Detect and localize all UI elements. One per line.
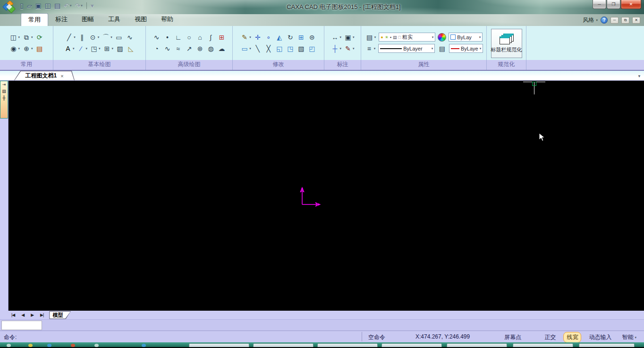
rotate-button[interactable]: ↻ bbox=[286, 33, 295, 42]
doc-restore-button[interactable]: ⧉ bbox=[621, 17, 629, 24]
taskbar-button-4[interactable] bbox=[447, 343, 507, 347]
chamfer-button[interactable]: ◳ bbox=[286, 44, 295, 53]
tab-list-dropdown-icon[interactable]: ▼ bbox=[637, 74, 641, 78]
restore-button[interactable]: ❐ bbox=[607, 0, 620, 9]
chevron-down-icon[interactable]: ▾ bbox=[99, 47, 101, 51]
profile-curve-button[interactable]: ⊛ bbox=[195, 44, 205, 53]
taskbar-icon-5[interactable] bbox=[142, 344, 146, 347]
taskbar-icon-3[interactable] bbox=[71, 344, 75, 347]
ribbon-tab-5[interactable]: 帮助 bbox=[154, 13, 180, 26]
ribbon-tab-1[interactable]: 标注 bbox=[48, 13, 75, 26]
array-button[interactable]: ⊞ bbox=[297, 33, 306, 42]
extend-button[interactable]: ◱ bbox=[275, 44, 284, 53]
save-button[interactable]: ▣ bbox=[34, 1, 42, 10]
command-prompt-label[interactable]: 命令: bbox=[4, 333, 17, 341]
wave-line-button[interactable]: ∿ bbox=[163, 44, 172, 53]
chevron-down-icon[interactable]: ▾ bbox=[31, 35, 33, 39]
save-all-button[interactable]: ◫ bbox=[44, 1, 52, 10]
redo-button[interactable]: ↷▾ bbox=[74, 1, 83, 10]
color-combo[interactable]: ByLay ▾ bbox=[449, 33, 483, 42]
region-button[interactable]: ◺ bbox=[126, 44, 136, 53]
lineweight-button[interactable]: ≡▾ bbox=[364, 44, 376, 53]
ellipse-button[interactable]: ○ bbox=[185, 33, 194, 42]
dimension-button[interactable]: ↔▾ bbox=[330, 33, 342, 42]
polyline-button[interactable]: ∿ bbox=[152, 33, 161, 42]
explode-button[interactable]: ◰ bbox=[307, 44, 317, 53]
h-scrollbar-thumb[interactable] bbox=[1, 321, 42, 330]
horizontal-scrollbar[interactable] bbox=[0, 319, 644, 331]
palette-icon-2[interactable]: ╫ bbox=[2, 95, 5, 100]
chevron-down-icon[interactable]: ▾ bbox=[353, 35, 355, 39]
text-button[interactable]: A▾ bbox=[63, 44, 75, 53]
pick-mode-label[interactable]: 屏幕点 bbox=[504, 333, 521, 341]
toggle-动态输入[interactable]: 动态输入 bbox=[586, 332, 614, 342]
color-palette-button[interactable]: ▤ bbox=[35, 44, 44, 53]
chevron-down-icon[interactable]: ▾ bbox=[81, 4, 83, 8]
sheet-nav-button-3[interactable]: ▶| bbox=[38, 313, 45, 317]
scale-button[interactable]: ⊜ bbox=[307, 33, 317, 42]
layer-state-combo[interactable]: ● ☀ ▪ ▤ □ 粗实 ▾ bbox=[379, 33, 435, 42]
pan-button[interactable]: ⊕▾ bbox=[22, 44, 34, 53]
dimension-edit-button[interactable]: ✎▾ bbox=[343, 44, 355, 53]
close-button[interactable]: ✕ bbox=[621, 0, 641, 9]
chevron-down-icon[interactable]: ▾ bbox=[249, 35, 251, 39]
document-tab[interactable]: 工程图文档1 × bbox=[14, 71, 75, 80]
circle-button[interactable]: ⊙▾ bbox=[88, 33, 100, 42]
pie-section-button[interactable]: ◔ bbox=[152, 44, 161, 53]
help-button[interactable]: ? bbox=[601, 17, 608, 24]
chevron-down-icon[interactable]: ▾ bbox=[635, 336, 636, 340]
chevron-down-icon[interactable]: ▾ bbox=[339, 35, 341, 39]
open-button[interactable]: ▱ bbox=[26, 1, 33, 10]
title-block-standardization-button[interactable]: 标题栏规范化 bbox=[491, 29, 522, 58]
chevron-down-icon[interactable]: ▾ bbox=[249, 47, 251, 51]
sheet-nav-button-0[interactable]: |◀ bbox=[9, 313, 17, 317]
entity-color-combo[interactable]: ByLaye ▾ bbox=[449, 44, 483, 53]
doc-minimize-button[interactable]: ─ bbox=[610, 17, 619, 24]
app-logo-icon[interactable] bbox=[0, 0, 19, 14]
ribbon-tab-4[interactable]: 视图 bbox=[127, 13, 154, 26]
chevron-down-icon[interactable]: ▾ bbox=[98, 35, 100, 39]
color-wheel-icon[interactable] bbox=[438, 33, 446, 42]
parallel-line-button[interactable]: ∥ bbox=[77, 33, 87, 42]
sheet-nav-button-2[interactable]: ▶ bbox=[29, 313, 35, 317]
center-line-button[interactable]: ∕▾ bbox=[76, 44, 88, 53]
ribbon-tab-0[interactable]: 常用 bbox=[21, 13, 48, 26]
customize-button[interactable]: ▾ bbox=[90, 1, 95, 10]
ribbon-tab-2[interactable]: 图幅 bbox=[75, 13, 101, 26]
linetype-combo[interactable]: ByLayer ▾ bbox=[378, 44, 435, 53]
palette-icon-1[interactable]: ▨ bbox=[2, 89, 6, 93]
drawing-canvas[interactable] bbox=[8, 81, 644, 311]
block-button[interactable]: ◳▾ bbox=[89, 44, 101, 53]
arrow-button[interactable]: ↗ bbox=[185, 44, 194, 53]
erase-button[interactable]: ✎▾ bbox=[240, 33, 252, 42]
copy-with-basepoint-button[interactable]: ⧉▾ bbox=[22, 33, 34, 42]
taskbar-button-6[interactable] bbox=[579, 343, 635, 347]
chevron-down-icon[interactable]: ▾ bbox=[112, 47, 114, 51]
point-button[interactable]: • bbox=[163, 33, 172, 42]
toggle-智能[interactable]: 智能▾ bbox=[619, 332, 639, 342]
isometric-button[interactable]: ▧ bbox=[297, 44, 306, 53]
chevron-down-icon[interactable]: ▾ bbox=[70, 4, 72, 8]
layer-settings-button[interactable]: ▤▾ bbox=[365, 33, 377, 42]
linetype-manager-button[interactable]: ▤ bbox=[437, 44, 447, 53]
undo-button[interactable]: ↶▾ bbox=[63, 1, 72, 10]
coordinate-axis-button[interactable]: ∟ bbox=[174, 33, 183, 42]
toggle-active-线宽[interactable]: 线宽 bbox=[563, 332, 581, 343]
print-button[interactable]: ▤ bbox=[53, 1, 61, 10]
datum-code-button[interactable]: ▣▾ bbox=[343, 33, 355, 42]
taskbar-button-5[interactable] bbox=[513, 343, 573, 347]
doc-close-button[interactable]: ✕ bbox=[632, 17, 640, 24]
chevron-down-icon[interactable]: ▾ bbox=[74, 35, 76, 39]
line-button[interactable]: ╱▾ bbox=[64, 33, 76, 42]
ribbon-tab-3[interactable]: 工具 bbox=[101, 13, 127, 26]
taskbar-button-1[interactable] bbox=[253, 343, 314, 347]
new-button[interactable]: ▯ bbox=[19, 1, 25, 10]
copy-objects-button[interactable]: ∘ bbox=[264, 33, 273, 42]
paste-button[interactable]: ◫▾ bbox=[8, 33, 20, 42]
hatch-button[interactable]: ▨ bbox=[115, 44, 125, 53]
break-button[interactable]: ╲ bbox=[253, 44, 263, 53]
chevron-down-icon[interactable]: ▾ bbox=[31, 47, 33, 51]
mirror-button[interactable]: ◭ bbox=[275, 33, 284, 42]
palette-icon-0[interactable]: ⇥ bbox=[2, 82, 6, 87]
gear-button[interactable]: ◍ bbox=[206, 44, 216, 53]
